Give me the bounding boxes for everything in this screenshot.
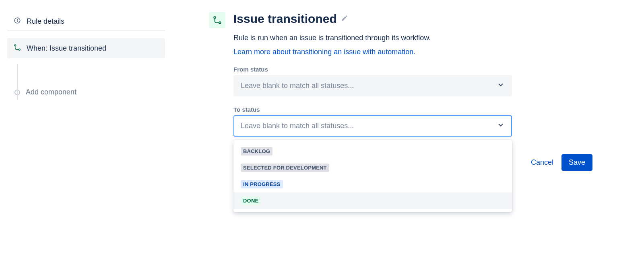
chevron-down-icon [497,121,505,131]
transition-icon [14,44,21,53]
edit-title-icon[interactable] [341,14,348,23]
status-option-backlog[interactable]: BACKLOG [233,143,512,160]
svg-point-5 [214,16,216,18]
to-status-placeholder: Leave blank to match all statuses... [241,122,354,130]
save-button[interactable]: Save [561,154,592,171]
to-status-dropdown: BACKLOG SELECTED FOR DEVELOPMENT IN PROG… [233,140,512,212]
status-option-in-progress[interactable]: IN PROGRESS [233,176,512,192]
from-status-label: From status [233,66,512,73]
from-status-placeholder: Leave blank to match all statuses... [241,82,354,90]
to-status-label: To status [233,106,512,113]
rule-details-label: Rule details [27,17,64,26]
svg-point-2 [17,19,18,20]
status-lozenge: DONE [241,196,261,205]
status-option-selected-for-development[interactable]: SELECTED FOR DEVELOPMENT [233,160,512,176]
status-lozenge: SELECTED FOR DEVELOPMENT [241,164,329,172]
cancel-button[interactable]: Cancel [531,158,553,167]
trigger-item[interactable]: When: Issue transitioned [7,38,165,58]
trigger-description: Rule is run when an issue is transitione… [233,34,644,42]
rule-details-header[interactable]: Rule details [7,12,165,31]
svg-point-3 [14,45,16,46]
svg-point-6 [219,22,221,24]
chevron-down-icon [497,81,505,91]
page-title: Issue transitioned [233,12,337,26]
svg-point-4 [19,49,20,50]
trigger-item-label: When: Issue transitioned [27,44,106,53]
info-icon [14,17,21,26]
learn-more-link[interactable]: Learn more about transitioning an issue … [233,48,415,56]
from-status-select[interactable]: Leave blank to match all statuses... [233,75,512,96]
connector-line [17,64,18,100]
to-status-select[interactable]: Leave blank to match all statuses... [233,115,512,137]
status-lozenge: BACKLOG [241,147,272,155]
status-lozenge: IN PROGRESS [241,180,283,188]
add-component-button[interactable]: Add component [7,83,165,101]
status-option-done[interactable]: DONE [233,192,512,209]
trigger-type-icon [209,12,225,28]
add-component-label: Add component [26,88,76,96]
